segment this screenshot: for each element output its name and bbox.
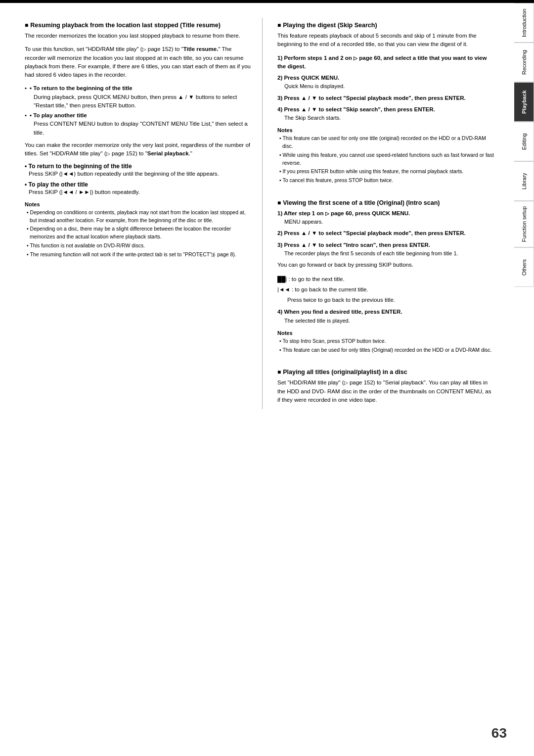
step-skip-2: 2) Press QUICK MENU. Quick Menu is displ… xyxy=(277,74,495,91)
step-skip-3: 3) Press ▲ / ▼ to select "Special playba… xyxy=(277,94,495,102)
tab-others[interactable]: Others xyxy=(514,247,534,287)
section-all-titles-body: Set "HDD/RAM title play" (▷ page 152) to… xyxy=(277,378,495,404)
bullet-return-beginning2: • To return to the beginning of the titl… xyxy=(25,163,252,178)
tab-introduction[interactable]: Introduction xyxy=(514,3,534,43)
bullet-return-beginning: • To return to the beginning of the titl… xyxy=(25,84,252,110)
section-resume: Resuming playback from the location last… xyxy=(25,22,252,258)
section-resume-intro: The recorder memorizes the location you … xyxy=(25,32,252,40)
sidebar-tabs: Introduction Recording Playback Editing … xyxy=(514,3,534,756)
intro-middle: You can go forward or back by pressing S… xyxy=(277,261,495,269)
notes-skip: Notes This feature can be used for only … xyxy=(277,127,495,185)
separator-1 xyxy=(277,189,495,195)
content-row: Resuming playback from the location last… xyxy=(0,3,534,424)
section-skip-search: Playing the digest (Skip Search) This fe… xyxy=(277,22,495,185)
tab-function-setup[interactable]: Function setup xyxy=(514,201,534,247)
section-all-titles: Playing all titles (original/playlist) i… xyxy=(277,369,495,404)
tab-playback[interactable]: Playback xyxy=(514,82,534,122)
separator-2 xyxy=(277,359,495,365)
right-column: Playing the digest (Skip Search) This fe… xyxy=(263,3,505,424)
step-intro-3: 3) Press ▲ / ▼ to select "Intro scan", t… xyxy=(277,241,495,258)
step-skip-1: 1) Perform steps 1 and 2 on ▷ page 60, a… xyxy=(277,54,495,71)
step-skip-4: 4) Press ▲ / ▼ to select "Skip search", … xyxy=(277,105,495,123)
step-intro-4: 4) When you find a desired title, press … xyxy=(277,308,495,325)
skip-items: ██| : to go to the next title. |◄◄ : to … xyxy=(277,274,495,305)
section-resume-middle: You can make the recorder memorize only … xyxy=(25,141,252,158)
tab-editing[interactable]: Editing xyxy=(514,122,534,161)
bullet-play-another: • To play another title Press CONTENT ME… xyxy=(25,111,252,137)
section-intro-scan: Viewing the first scene of a title (Orig… xyxy=(277,199,495,354)
section-intro-heading: Viewing the first scene of a title (Orig… xyxy=(277,199,495,206)
notes-resume: Notes Depending on conditions or content… xyxy=(25,201,252,259)
page-number: 63 xyxy=(491,725,507,741)
section-skip-heading: Playing the digest (Skip Search) xyxy=(277,22,495,29)
tab-library[interactable]: Library xyxy=(514,161,534,201)
step-intro-2: 2) Press ▲ / ▼ to select "Special playba… xyxy=(277,229,495,237)
step-intro-1: 1) After step 1 on ▷ page 60, press QUIC… xyxy=(277,209,495,227)
section-all-titles-heading: Playing all titles (original/playlist) i… xyxy=(277,369,495,376)
page-container: Resuming playback from the location last… xyxy=(0,0,534,756)
section-skip-intro: This feature repeats playback of about 5… xyxy=(277,32,495,49)
bullet-play-other: • To play the other title Press SKIP (|◄… xyxy=(25,181,252,196)
section-resume-heading: Resuming playback from the location last… xyxy=(25,22,252,29)
notes-intro: Notes To stop Intro Scan, press STOP but… xyxy=(277,330,495,354)
tab-recording[interactable]: Recording xyxy=(514,43,534,82)
section-resume-usage: To use this function, set "HDD/RAM title… xyxy=(25,45,252,79)
left-column: Resuming playback from the location last… xyxy=(0,3,262,424)
